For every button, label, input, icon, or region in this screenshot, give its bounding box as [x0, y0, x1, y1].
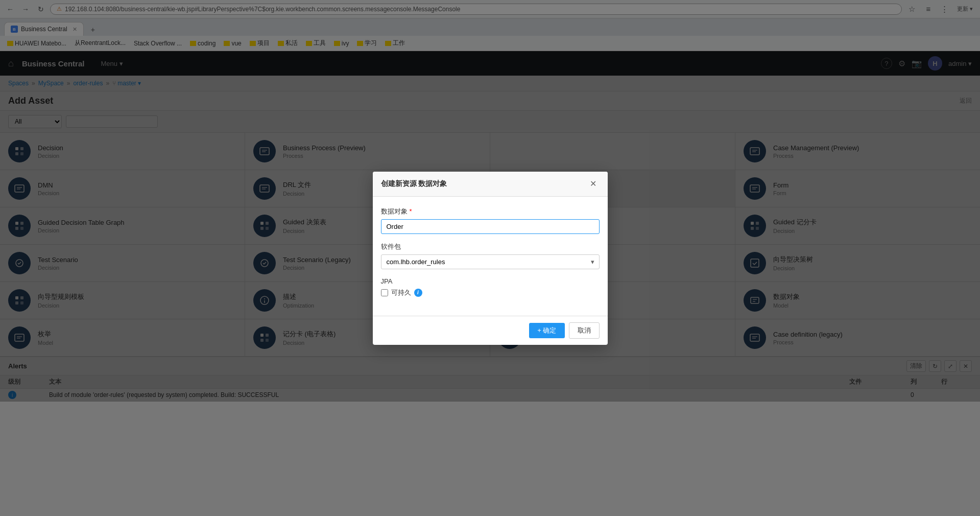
modal-close-button[interactable]: ✕ [587, 178, 600, 190]
persistent-label[interactable]: 可持久 [391, 288, 411, 297]
modal-footer: + 确定 取消 [373, 316, 608, 345]
persistent-checkbox[interactable] [381, 289, 388, 296]
modal-header: 创建新资源 数据对象 ✕ [373, 172, 608, 197]
confirm-button[interactable]: + 确定 [529, 323, 564, 338]
package-select-wrapper: com.lhb.order_rules [381, 254, 600, 269]
package-field-group: 软件包 com.lhb.order_rules [381, 242, 600, 269]
data-object-label: 数据对象 * [381, 207, 600, 216]
modal-title: 创建新资源 数据对象 [381, 179, 447, 189]
package-select[interactable]: com.lhb.order_rules [381, 254, 600, 269]
modal-body: 数据对象 * 软件包 com.lhb.order_rules JPA [373, 197, 608, 316]
data-object-field-group: 数据对象 * [381, 207, 600, 234]
required-indicator: * [410, 207, 412, 215]
jpa-field-group: JPA 可持久 i [381, 277, 600, 297]
data-object-input[interactable] [381, 219, 600, 234]
create-resource-modal: 创建新资源 数据对象 ✕ 数据对象 * 软件包 com.lhb.order_ru… [373, 172, 608, 345]
modal-overlay: 创建新资源 数据对象 ✕ 数据对象 * 软件包 com.lhb.order_ru… [0, 0, 980, 402]
persistent-checkbox-group: 可持久 i [381, 288, 600, 297]
persistent-info-icon[interactable]: i [414, 289, 422, 297]
jpa-label: JPA [381, 277, 600, 285]
cancel-button[interactable]: 取消 [569, 322, 600, 339]
package-label: 软件包 [381, 242, 600, 251]
